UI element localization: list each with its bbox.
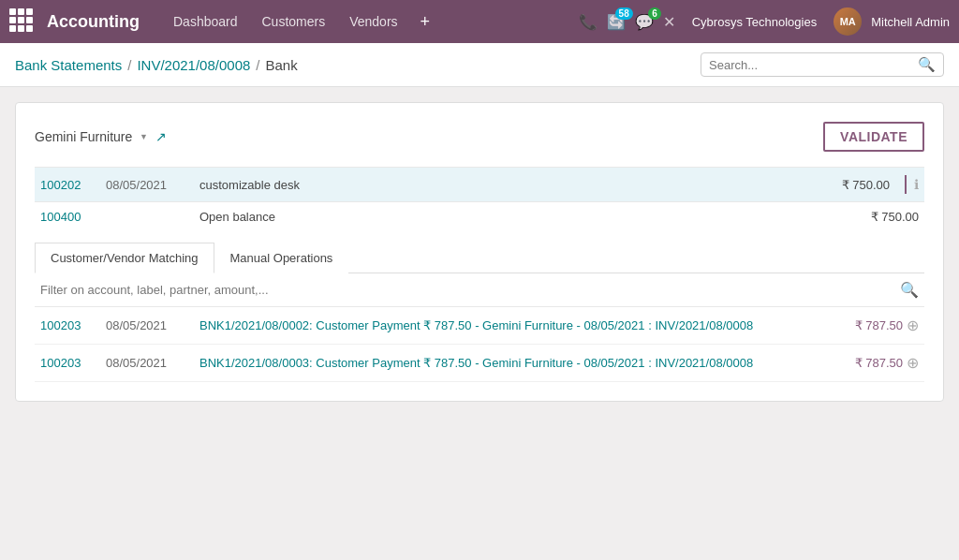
match-amount: ₹ 787.50 bbox=[828, 318, 903, 332]
validate-button[interactable]: VALIDATE bbox=[823, 122, 924, 152]
refresh-icon[interactable]: 🔄 58 bbox=[607, 13, 626, 31]
close-icon[interactable]: ✕ bbox=[663, 13, 675, 31]
breadcrumb-invoice[interactable]: INV/2021/08/0008 bbox=[137, 57, 250, 73]
external-link-icon[interactable]: ↗ bbox=[155, 129, 167, 144]
nav-vendors[interactable]: Vendors bbox=[340, 14, 406, 29]
match-id[interactable]: 100203 bbox=[40, 318, 106, 332]
statement-row[interactable]: 100400 Open balance ₹ 750.00 bbox=[35, 201, 924, 231]
match-link[interactable]: BNK1/2021/08/0003: Customer Payment ₹ 78… bbox=[199, 356, 753, 370]
tab-customer-vendor-matching[interactable]: Customer/Vendor Matching bbox=[35, 243, 214, 273]
statement-rows: 100202 08/05/2021 customizable desk ₹ 75… bbox=[35, 167, 924, 231]
company-name: Cybrosys Technologies bbox=[692, 15, 817, 29]
company-dropdown[interactable]: Gemini Furniture bbox=[35, 129, 148, 144]
row-label: Open balance bbox=[199, 210, 518, 224]
row-id[interactable]: 100400 bbox=[40, 210, 106, 224]
avatar[interactable]: MA bbox=[834, 7, 862, 36]
row-id[interactable]: 100202 bbox=[40, 178, 106, 192]
apps-icon[interactable] bbox=[9, 8, 36, 35]
navbar: Accounting Dashboard Customers Vendors +… bbox=[0, 0, 959, 43]
tab-content: 🔍 100203 08/05/2021 BNK1/2021/08/0002: C… bbox=[35, 273, 924, 382]
match-row: 100203 08/05/2021 BNK1/2021/08/0003: Cus… bbox=[35, 345, 924, 382]
add-match-icon[interactable]: ⊕ bbox=[907, 317, 919, 334]
tab-manual-operations[interactable]: Manual Operations bbox=[214, 243, 349, 273]
refresh-badge: 58 bbox=[615, 7, 633, 20]
breadcrumb-current: Bank bbox=[266, 57, 298, 73]
match-date: 08/05/2021 bbox=[106, 356, 199, 370]
message-icon[interactable]: 💬 6 bbox=[635, 13, 654, 31]
row-amount: ₹ 750.00 bbox=[842, 178, 890, 192]
matching-rows: 100203 08/05/2021 BNK1/2021/08/0002: Cus… bbox=[35, 307, 924, 382]
add-match-icon[interactable]: ⊕ bbox=[907, 354, 919, 372]
match-date: 08/05/2021 bbox=[106, 318, 199, 332]
row-label: customizable desk bbox=[199, 178, 842, 192]
navbar-actions: 📞 🔄 58 💬 6 ✕ Cybrosys Technologies MA Mi… bbox=[579, 7, 950, 36]
nav-dashboard[interactable]: Dashboard bbox=[164, 14, 247, 29]
user-name: Mitchell Admin bbox=[871, 15, 950, 29]
filter-bar: 🔍 bbox=[35, 273, 924, 307]
row-right-amount: ₹ 750.00 bbox=[844, 210, 919, 224]
breadcrumb-sep-1: / bbox=[127, 57, 131, 73]
breadcrumb-bar: Bank Statements / INV/2021/08/0008 / Ban… bbox=[0, 43, 959, 87]
app-brand: Accounting bbox=[47, 12, 140, 32]
nav-plus-button[interactable]: + bbox=[413, 12, 438, 32]
match-id[interactable]: 100203 bbox=[40, 356, 106, 370]
search-input[interactable] bbox=[709, 58, 918, 72]
match-description[interactable]: BNK1/2021/08/0002: Customer Payment ₹ 78… bbox=[199, 318, 828, 332]
tabs: Customer/Vendor Matching Manual Operatio… bbox=[35, 243, 924, 273]
match-description[interactable]: BNK1/2021/08/0003: Customer Payment ₹ 78… bbox=[199, 356, 828, 370]
breadcrumb-bank-statements[interactable]: Bank Statements bbox=[15, 57, 122, 73]
breadcrumb-sep-2: / bbox=[256, 57, 259, 73]
phone-icon[interactable]: 📞 bbox=[579, 13, 598, 31]
row-date: 08/05/2021 bbox=[106, 178, 199, 192]
message-badge: 6 bbox=[648, 7, 661, 20]
row-divider bbox=[905, 175, 907, 194]
search-icon[interactable]: 🔍 bbox=[918, 56, 936, 73]
statement-row[interactable]: 100202 08/05/2021 customizable desk ₹ 75… bbox=[35, 167, 924, 201]
filter-search-icon[interactable]: 🔍 bbox=[900, 281, 919, 299]
filter-input[interactable] bbox=[40, 283, 894, 297]
match-amount: ₹ 787.50 bbox=[828, 356, 903, 370]
main-content: Gemini Furniture ↗ VALIDATE 100202 08/05… bbox=[0, 87, 959, 428]
search-box: 🔍 bbox=[701, 52, 944, 77]
nav-customers[interactable]: Customers bbox=[253, 14, 335, 29]
match-row: 100203 08/05/2021 BNK1/2021/08/0002: Cus… bbox=[35, 307, 924, 345]
card-header: Gemini Furniture ↗ VALIDATE bbox=[35, 122, 924, 152]
info-icon[interactable]: ℹ bbox=[914, 177, 919, 192]
company-selector: Gemini Furniture ↗ bbox=[35, 129, 167, 144]
statement-card: Gemini Furniture ↗ VALIDATE 100202 08/05… bbox=[15, 102, 944, 402]
match-link[interactable]: BNK1/2021/08/0002: Customer Payment ₹ 78… bbox=[199, 318, 753, 332]
